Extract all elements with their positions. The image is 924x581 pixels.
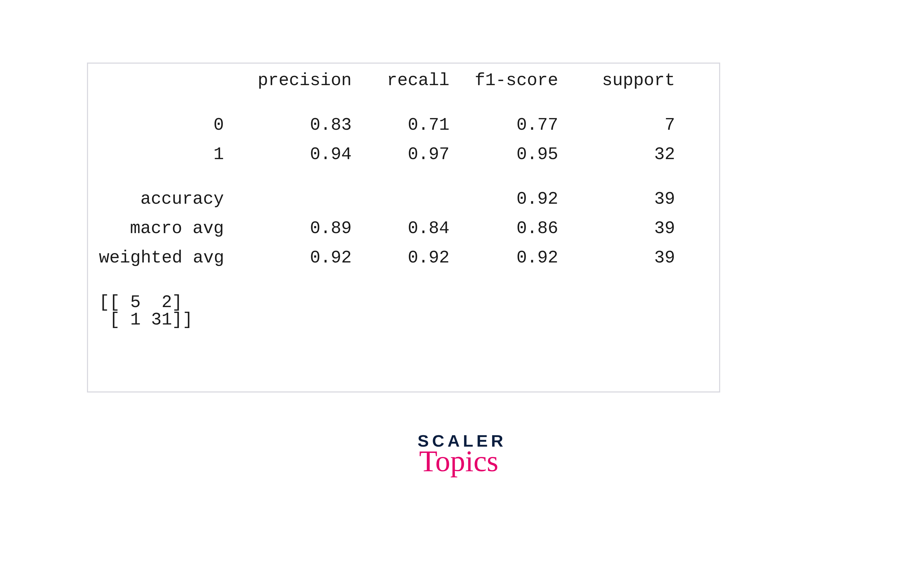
row-support: 7 xyxy=(558,116,675,134)
confusion-matrix-row-2: [ 1 31]] xyxy=(99,311,708,329)
row-f1: 0.77 xyxy=(449,116,558,134)
row-recall: 0.71 xyxy=(351,116,449,134)
row-f1: 0.86 xyxy=(449,220,558,237)
row-precision: 0.83 xyxy=(224,116,351,134)
row-recall: 0.92 xyxy=(351,249,449,266)
row-f1: 0.95 xyxy=(449,146,558,163)
header-recall: recall xyxy=(351,72,449,89)
row-label: weighted avg xyxy=(99,249,224,266)
row-support: 32 xyxy=(558,146,675,163)
row-precision: 0.92 xyxy=(224,249,351,266)
header-row: precision recall f1-score support xyxy=(99,72,708,89)
scaler-topics-logo: SCALER Topics xyxy=(391,432,533,475)
weighted-avg-row: weighted avg 0.92 0.92 0.92 39 xyxy=(99,249,708,266)
row-recall: 0.84 xyxy=(351,220,449,237)
row-precision xyxy=(224,190,351,208)
row-f1: 0.92 xyxy=(449,249,558,266)
macro-avg-row: macro avg 0.89 0.84 0.86 39 xyxy=(99,220,708,237)
class-1-row: 1 0.94 0.97 0.95 32 xyxy=(99,146,708,163)
class-0-row: 0 0.83 0.71 0.77 7 xyxy=(99,116,708,134)
row-label: 0 xyxy=(99,116,224,134)
row-f1: 0.92 xyxy=(449,190,558,208)
header-support: support xyxy=(558,72,675,89)
logo-bottom-text: Topics xyxy=(388,448,530,475)
row-label: accuracy xyxy=(99,190,224,208)
row-label: 1 xyxy=(99,146,224,163)
header-f1: f1-score xyxy=(449,72,558,89)
row-support: 39 xyxy=(558,190,675,208)
confusion-matrix-row-1: [[ 5 2] xyxy=(99,294,708,311)
row-precision: 0.94 xyxy=(224,146,351,163)
output-card: precision recall f1-score support 0 0.83… xyxy=(87,63,720,392)
row-recall xyxy=(351,190,449,208)
header-blank xyxy=(99,72,224,89)
header-precision: precision xyxy=(224,72,351,89)
row-label: macro avg xyxy=(99,220,224,237)
row-support: 39 xyxy=(558,220,675,237)
row-precision: 0.89 xyxy=(224,220,351,237)
accuracy-row: accuracy 0.92 39 xyxy=(99,190,708,208)
row-recall: 0.97 xyxy=(351,146,449,163)
row-support: 39 xyxy=(558,249,675,266)
